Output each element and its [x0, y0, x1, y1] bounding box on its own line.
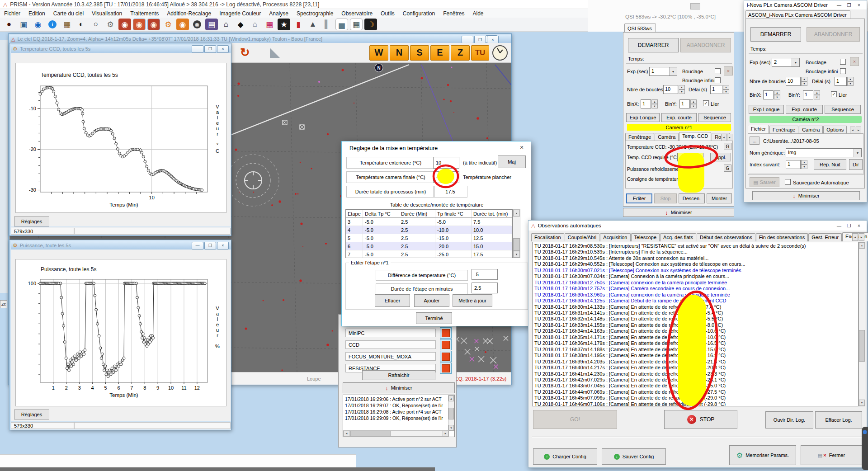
menu-item-3[interactable]: Visualisation: [88, 9, 126, 18]
inova-tab-cam-ra[interactable]: Caméra: [799, 126, 823, 134]
inova-titlebar[interactable]: i-Nova PLx Camera ASCOM Driver — ❐ ×: [744, 0, 867, 9]
menu-item-13[interactable]: Aide: [469, 9, 488, 18]
map-icon[interactable]: ▦: [61, 19, 73, 30]
compass-n-button[interactable]: N: [390, 45, 409, 61]
inova-explong-button[interactable]: Exp Longue: [749, 105, 784, 114]
observations-minimize-button[interactable]: —: [834, 222, 844, 229]
clock-icon[interactable]: [492, 45, 508, 61]
menu-item-1[interactable]: Edition: [24, 9, 49, 18]
qsi-tab-prev[interactable]: ◄: [721, 134, 726, 141]
inova-exp-combo[interactable]: 2▼: [772, 58, 800, 67]
qsi-req-combo[interactable]: -35.0▼: [677, 153, 703, 161]
inova-tab-fichier[interactable]: Fichier: [748, 125, 769, 134]
sky-titlebar[interactable]: △ Le ciel EQ.2018-1-17, Zoom=4, Alpha= 1…: [9, 35, 511, 43]
inova-cancel-loop-button[interactable]: ×: [850, 57, 859, 66]
temperature-titlebar[interactable]: ⚙ Temperature CCD, toutes les 5s — ❐ ×: [11, 45, 231, 53]
filter-wheel-icon[interactable]: ◉: [191, 19, 203, 30]
ramp-row-1[interactable]: 4-5.02.5-10.010.0: [346, 226, 512, 234]
compass-z-button[interactable]: Z: [451, 45, 470, 61]
tu-button[interactable]: TU: [471, 45, 489, 61]
qsi-explong-button[interactable]: Exp Longue: [626, 113, 660, 122]
power-settings-button[interactable]: Réglages: [14, 410, 49, 419]
save-icon[interactable]: ▣: [17, 19, 30, 30]
inova-repnuit-button[interactable]: Rep. Nuit: [814, 159, 846, 170]
stop-button[interactable]: ×STOP: [664, 410, 737, 429]
inova-close-button[interactable]: ×: [854, 1, 864, 9]
inova-binx-spinner[interactable]: 1▲▼: [763, 90, 780, 99]
camera-orange-icon[interactable]: ◉: [176, 19, 189, 30]
erase-button[interactable]: Effacer: [375, 294, 410, 307]
palette-icon[interactable]: ▦: [263, 19, 276, 30]
observations-tab-focalisation[interactable]: Focalisation: [531, 233, 564, 241]
menu-item-0[interactable]: Fichier: [0, 9, 24, 18]
inova-minimize-button[interactable]: ↓Minimiser: [752, 191, 860, 200]
switch-log-scroll-up[interactable]: ▲: [448, 396, 454, 401]
qsi-graph2-button[interactable]: G: [724, 165, 731, 172]
rotate-field-icon[interactable]: ↻: [240, 46, 250, 60]
menu-item-2[interactable]: Carte du ciel: [49, 9, 88, 18]
dome-white-icon[interactable]: ⌂: [249, 19, 261, 30]
camera-capture-icon[interactable]: ◉: [133, 19, 146, 30]
sky-close-button[interactable]: ×: [487, 36, 499, 43]
inova-loop-inf-checkbox[interactable]: [840, 68, 846, 74]
add-button[interactable]: Ajouter: [414, 294, 449, 307]
inova-generic-combo[interactable]: Img-▼: [786, 148, 862, 157]
save-config-button[interactable]: ↓Sauver Config: [602, 448, 666, 465]
qsi-minimize-button[interactable]: ↓Minimiser: [623, 208, 734, 217]
inova-tab-next[interactable]: ►: [856, 127, 861, 134]
ramp-table-scrollbar[interactable]: ▲ ▼: [513, 209, 520, 258]
inova-tab-options[interactable]: Options: [823, 126, 847, 134]
switch-log-scroll-left[interactable]: ◄: [344, 431, 349, 436]
clear-log-button[interactable]: Effacer Log.: [815, 411, 862, 429]
qsi-apply-button[interactable]: Appl.: [710, 153, 731, 161]
qsi-up-button[interactable]: Monter: [707, 193, 732, 203]
switch-toggle-focus_monture_moxa[interactable]: [440, 351, 452, 362]
menu-item-12[interactable]: Fenêtres: [439, 9, 468, 18]
spectro-icon[interactable]: ▤: [205, 19, 218, 30]
observations-log[interactable]: TU 2018-01-17 16h29m08.530s : [Interrupt…: [532, 242, 859, 406]
switch-toggle-ccd[interactable]: [440, 339, 452, 350]
inova-link-checkbox[interactable]: ✓: [831, 91, 837, 97]
switches-minimize-button[interactable]: ↓Minimiser: [343, 382, 455, 393]
maj-button[interactable]: Maj: [498, 155, 526, 168]
qsi-abort-button[interactable]: ABANDONNER: [680, 38, 731, 52]
qsi-cancel-loop-button[interactable]: ×: [724, 66, 733, 75]
table-icon[interactable]: ▦: [350, 19, 363, 30]
ramp-scroll-up[interactable]: ▲: [513, 210, 520, 217]
go-button[interactable]: GO!: [533, 410, 617, 429]
observations-close-button[interactable]: ×: [854, 222, 864, 229]
world-icon[interactable]: ◉: [32, 19, 44, 30]
inova-sequence-button[interactable]: Sequence: [825, 105, 861, 114]
temp-restore-button[interactable]: ❐: [204, 45, 216, 53]
qsi-tab[interactable]: QSI 583ws: [624, 24, 656, 33]
menu-item-11[interactable]: Configuration: [399, 9, 439, 18]
observations-tab-d-but-des-observations[interactable]: Début des observations: [697, 233, 755, 241]
inova-maximize-button[interactable]: ❐: [844, 1, 854, 9]
qsi-down-button[interactable]: Descen.: [679, 193, 705, 203]
final-temp-input[interactable]: -25: [433, 171, 459, 183]
inova-save-button[interactable]: ▤Sauver: [750, 177, 779, 187]
camera-red-icon[interactable]: ◉: [118, 19, 131, 30]
sky-minimize-button[interactable]: —: [462, 36, 473, 43]
ccd-device-icon[interactable]: ▮: [292, 19, 305, 30]
zoom-icon[interactable]: ○: [90, 19, 102, 30]
inova-biny-spinner[interactable]: 1▲▼: [803, 90, 820, 99]
inova-index-spinner[interactable]: 1▲▼: [786, 160, 807, 169]
contrast-icon[interactable]: ◐: [75, 19, 88, 30]
observations-log-scrollbar[interactable]: ▲ ▼: [859, 242, 865, 406]
menu-item-7[interactable]: Analyse: [265, 9, 292, 18]
observations-tab-acquisition[interactable]: Acquisition: [600, 233, 630, 241]
menu-item-5[interactable]: Addition-Recalage: [163, 9, 215, 18]
step-duration-input[interactable]: 2.5: [472, 283, 498, 293]
observations-tab-telescope[interactable]: Telescope: [631, 233, 660, 241]
switch-toggle-minipc[interactable]: [440, 327, 452, 339]
qsi-binx-spinner[interactable]: 1▲▼: [641, 99, 658, 108]
menu-item-9[interactable]: Observatoire: [337, 9, 377, 18]
starfield-icon[interactable]: ★: [278, 19, 290, 30]
compass-e-button[interactable]: E: [430, 45, 449, 61]
update-button[interactable]: Mettre à jour: [453, 294, 492, 307]
switches-log[interactable]: 17/01/2018 16:29:06 : Active port n°2 su…: [343, 395, 455, 437]
qsi-stop-button[interactable]: Stop: [654, 193, 677, 203]
qsi-delay-spinner[interactable]: 1▲▼: [710, 85, 729, 94]
qsi-tab-cam-ra[interactable]: Caméra: [655, 133, 679, 141]
